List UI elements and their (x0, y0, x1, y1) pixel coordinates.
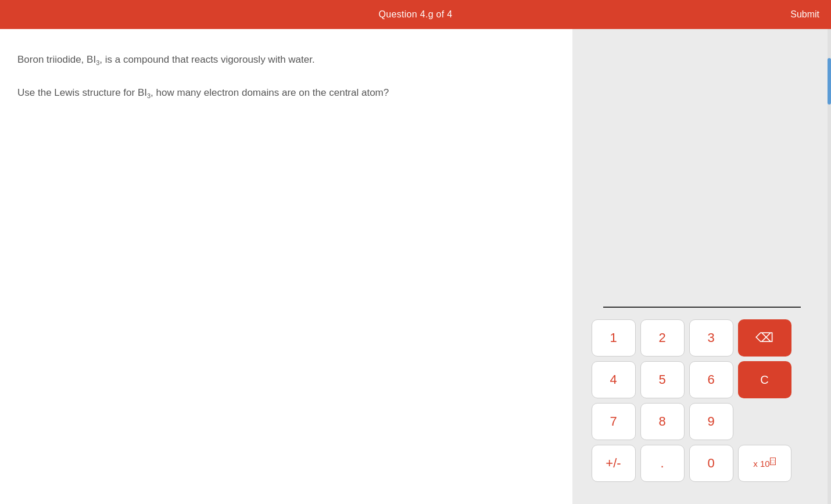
numpad-9[interactable]: 9 (689, 403, 733, 440)
answer-display-area (572, 29, 831, 314)
right-panel: 1 2 3 ⌫ 4 5 6 C 7 8 9 (572, 29, 831, 504)
numpad-3[interactable]: 3 (689, 319, 733, 357)
header-bar: Question 4.g of 4 Submit (0, 0, 831, 29)
numpad-row-3: 7 8 9 (592, 403, 812, 440)
paragraph-2: Use the Lewis structure for BI3, how man… (17, 85, 555, 101)
numpad-plusminus[interactable]: +/- (592, 445, 636, 482)
submit-button[interactable]: Submit (790, 9, 819, 20)
backspace-button[interactable]: ⌫ (738, 319, 791, 357)
content-area: Boron triiodide, BI3, is a compound that… (0, 29, 572, 504)
numpad-row-4: +/- . 0 x 10□ (592, 445, 812, 482)
clear-label: C (760, 373, 768, 387)
question-label: Question 4.g of 4 (379, 9, 453, 20)
numpad-7[interactable]: 7 (592, 403, 636, 440)
scroll-thumb (828, 58, 831, 105)
numpad-1[interactable]: 1 (592, 319, 636, 357)
numpad-0[interactable]: 0 (689, 445, 733, 482)
numpad-2[interactable]: 2 (640, 319, 685, 357)
numpad-decimal[interactable]: . (640, 445, 685, 482)
paragraph-1: Boron triiodide, BI3, is a compound that… (17, 52, 555, 68)
backspace-icon: ⌫ (755, 330, 773, 345)
answer-input[interactable] (603, 287, 801, 308)
clear-button[interactable]: C (738, 361, 791, 398)
scroll-indicator[interactable] (828, 29, 831, 504)
numpad-4[interactable]: 4 (592, 361, 636, 398)
numpad-5[interactable]: 5 (640, 361, 685, 398)
numpad-row-1: 1 2 3 ⌫ (592, 319, 812, 357)
numpad-row-2: 4 5 6 C (592, 361, 812, 398)
main-layout: Boron triiodide, BI3, is a compound that… (0, 29, 831, 504)
numpad-8[interactable]: 8 (640, 403, 685, 440)
numpad-6[interactable]: 6 (689, 361, 733, 398)
x10-label: x 10□ (753, 458, 775, 469)
numpad: 1 2 3 ⌫ 4 5 6 C 7 8 9 (592, 314, 812, 492)
x10-button[interactable]: x 10□ (738, 445, 791, 482)
